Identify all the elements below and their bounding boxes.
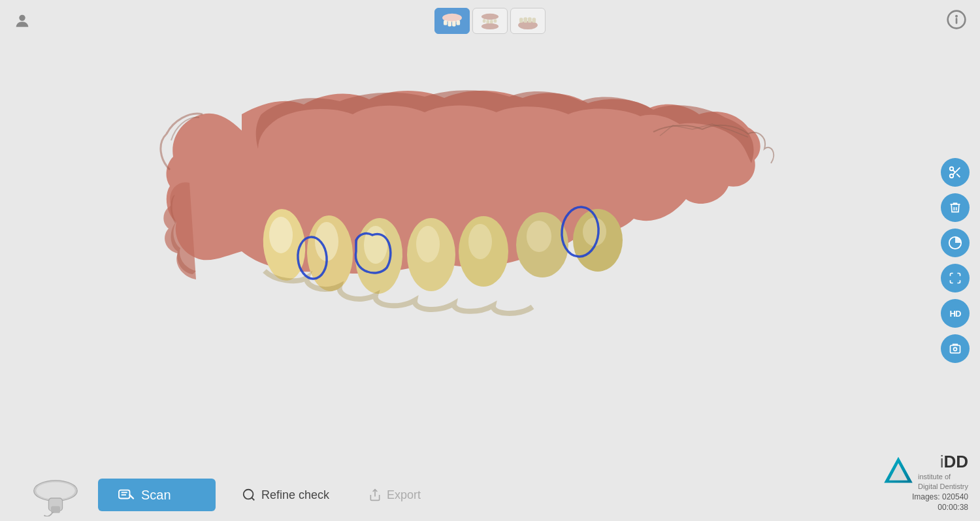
svg-rect-16: [519, 18, 523, 22]
fullscreen-button[interactable]: [941, 264, 970, 292]
export-label: Export: [387, 488, 421, 502]
hd-button[interactable]: HD: [941, 299, 970, 328]
svg-point-9: [482, 14, 498, 20]
capture-button[interactable]: [941, 334, 970, 363]
scan-button-label: Scan: [141, 488, 171, 503]
tab-upper-jaw[interactable]: [434, 8, 470, 34]
svg-point-0: [19, 15, 25, 21]
svg-rect-5: [444, 20, 448, 25]
svg-point-25: [364, 226, 387, 264]
refine-check-label: Refine check: [261, 488, 329, 502]
svg-line-39: [956, 174, 960, 177]
scissors-button[interactable]: [941, 158, 970, 187]
tab-both-jaws[interactable]: [472, 8, 508, 34]
svg-rect-7: [452, 21, 456, 26]
export-button[interactable]: Export: [355, 479, 434, 511]
svg-point-27: [416, 226, 440, 262]
info-icon[interactable]: [946, 9, 967, 30]
images-count: Images: 020540: [883, 492, 968, 501]
user-icon[interactable]: [13, 12, 31, 30]
svg-point-33: [583, 217, 606, 246]
svg-point-31: [527, 221, 551, 252]
svg-line-52: [252, 497, 254, 500]
svg-point-21: [269, 217, 293, 253]
svg-line-40: [953, 170, 955, 172]
svg-rect-17: [523, 17, 527, 22]
svg-rect-19: [532, 18, 536, 22]
svg-point-45: [36, 482, 75, 499]
svg-rect-6: [448, 21, 451, 26]
svg-rect-8: [457, 20, 461, 25]
svg-rect-13: [494, 19, 497, 23]
color-tool-button[interactable]: [941, 229, 970, 257]
idd-logo: iDD institute of Digital Dentistry Image…: [883, 451, 968, 512]
svg-rect-42: [951, 345, 960, 353]
idd-brand-text: iDD: [918, 451, 968, 472]
svg-rect-12: [490, 20, 493, 24]
svg-rect-18: [528, 17, 532, 22]
scanner-device-icon: [26, 471, 85, 519]
svg-point-43: [954, 347, 957, 351]
scan-button[interactable]: Scan: [98, 479, 216, 511]
svg-point-14: [482, 24, 498, 29]
time-elapsed: 00:00:38: [883, 503, 968, 512]
svg-point-36: [950, 167, 954, 171]
delete-button[interactable]: [941, 193, 970, 222]
tab-lower-jaw[interactable]: [510, 8, 546, 34]
svg-point-29: [468, 224, 492, 259]
bottom-bar: Scan Refine check Export: [0, 469, 980, 521]
svg-rect-10: [483, 19, 486, 23]
svg-point-37: [950, 174, 954, 178]
idd-triangle-icon: [883, 454, 914, 488]
idd-subtitle: institute of Digital Dentistry: [918, 472, 968, 491]
hd-label: HD: [950, 309, 961, 319]
svg-rect-47: [51, 506, 60, 513]
svg-rect-11: [486, 20, 489, 24]
viewport: [0, 39, 980, 469]
right-toolbar: HD: [941, 158, 970, 363]
refine-check-button[interactable]: Refine check: [229, 479, 342, 511]
view-tabs: [434, 8, 546, 34]
svg-point-51: [244, 490, 253, 499]
